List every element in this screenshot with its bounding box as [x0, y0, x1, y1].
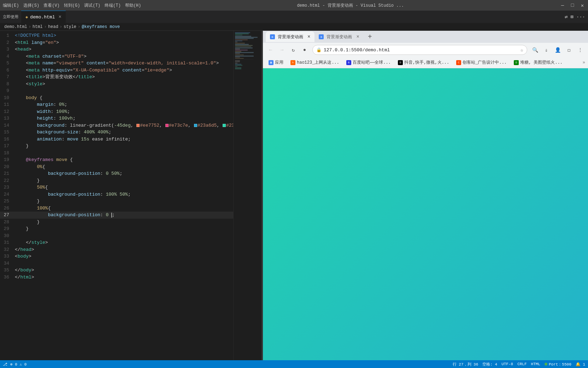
breadcrumb-style[interactable]: style — [64, 24, 76, 29]
menu-item-debug[interactable]: 调试(T) — [84, 2, 100, 8]
line-content-8: <style> — [15, 81, 233, 88]
maximize-button[interactable]: □ — [570, 2, 575, 8]
menu-item-select[interactable]: 选择(S) — [23, 2, 40, 8]
editor-tab-demo-html[interactable]: ◈ demo.html × — [21, 11, 66, 23]
titlebar-menu: 编辑(E) 选择(S) 查看(V) 转到(G) 调试(T) 终端(T) 帮助(H… — [3, 2, 141, 8]
line-number-9: 9 — [0, 87, 15, 94]
chuang-bookmark-icon: C — [456, 60, 461, 65]
menu-item-edit[interactable]: 编辑(E) — [3, 2, 19, 8]
dui-bookmark-label: 堆糖, 美图壁纸火... — [520, 59, 563, 65]
layout-icon[interactable]: ⊞ — [570, 14, 573, 20]
statusbar: ⎇ ⊗ 0 ⚠ 0 行 27，列 36 空格: 4 UTF-8 CRLF HTM… — [0, 360, 588, 368]
bookmark-chuang[interactable]: C 创客站_广告设计中... — [453, 59, 510, 66]
menu-item-terminal[interactable]: 终端(T) — [105, 2, 121, 8]
line-content-20: 0%{ — [15, 163, 233, 171]
line-content-32: </head> — [15, 246, 233, 253]
line-content-17: } — [15, 143, 233, 150]
douyin-bookmark-label: 抖音,快手,微视,火... — [404, 59, 449, 65]
line-content-27: background-position: 0 ; — [15, 212, 233, 219]
breadcrumb-keyframes[interactable]: @keyframes move — [82, 24, 120, 29]
bookmark-star-icon[interactable]: ☆ — [521, 47, 523, 53]
back-button[interactable]: ← — [266, 45, 276, 55]
line-content-33: <body> — [15, 253, 233, 260]
git-branch[interactable]: ⎇ — [3, 362, 7, 367]
live-server-dot — [545, 363, 547, 366]
bookmark-dui[interactable]: D 堆糖, 美图壁纸火... — [511, 59, 565, 66]
new-tab-button[interactable]: + — [365, 32, 375, 42]
line-content-23: 50%{ — [15, 184, 233, 191]
line-content-2: <html lang="en"> — [15, 39, 233, 46]
browser-tab-2[interactable]: B 背景渐变动画 × — [314, 31, 363, 42]
live-server-status[interactable]: Port：5500 — [545, 362, 571, 367]
encoding[interactable]: UTF-8 — [501, 362, 513, 366]
breadcrumb-file[interactable]: demo.html — [4, 24, 27, 29]
browser-tab-close-1[interactable]: × — [307, 34, 310, 40]
close-button[interactable]: ✕ — [580, 2, 585, 8]
line-content-5: <meta name="viewport" content="width=dev… — [15, 60, 233, 67]
line-number-13: 13 — [0, 115, 15, 122]
row-col[interactable]: 行 27，列 36 — [453, 362, 478, 367]
search-button[interactable]: 🔍 — [530, 45, 540, 55]
line-content-26: 100%{ — [15, 205, 233, 212]
code-line-16: 16 animation: move 15s ease infinite; — [0, 136, 233, 143]
code-line-9: 9 — [0, 87, 233, 94]
notification-bell[interactable]: 🔔 1 — [576, 362, 585, 367]
spaces[interactable]: 空格: 4 — [482, 362, 497, 367]
browser-tab-1[interactable]: B 背景渐变动画 × — [266, 31, 314, 42]
editor-panel[interactable]: 1 <!DOCTYPE html> 2 <html lang="en"> 3 <… — [0, 31, 233, 360]
menu-item-view[interactable]: 查看(V) — [43, 2, 60, 8]
quick-use-button[interactable]: 立即使用 — [0, 11, 21, 23]
split-editor-icon[interactable]: ⇄ — [565, 14, 568, 20]
line-number-26: 26 — [0, 205, 15, 212]
line-number-7: 7 — [0, 74, 15, 81]
menu-item-help[interactable]: 帮助(H) — [125, 2, 141, 8]
breadcrumb-head[interactable]: head — [48, 24, 58, 29]
minimize-button[interactable]: — — [560, 2, 565, 8]
address-bar[interactable]: 🔒 127.0.0.1:5500/demo.html ☆ — [312, 45, 527, 55]
code-editor[interactable]: 1 <!DOCTYPE html> 2 <html lang="en"> 3 <… — [0, 31, 233, 360]
line-number-1: 1 — [0, 32, 15, 39]
code-line-33: 33 <body> — [0, 253, 233, 260]
refresh-button[interactable]: ↻ — [288, 45, 298, 55]
bookmarks-overflow-icon[interactable]: » — [583, 60, 585, 65]
forward-button[interactable]: → — [277, 45, 287, 55]
line-number-33: 33 — [0, 253, 15, 260]
code-line-11: 11 margin: 0%; — [0, 101, 233, 108]
home-button[interactable]: ● — [300, 45, 310, 55]
line-content-14: background: linear-gradient(-45deg, #ee7… — [15, 122, 233, 129]
bookmark-baidu[interactable]: B 百度站吧——全球... — [343, 59, 394, 66]
bookmark-apps[interactable]: ▦ 应用 — [266, 59, 286, 66]
bookmark-hao123[interactable]: h hao123_上网从这... — [288, 59, 342, 66]
settings-button[interactable]: ⋮ — [575, 45, 585, 55]
baidu-bookmark-icon: B — [346, 60, 351, 65]
line-number-21: 21 — [0, 170, 15, 177]
extensions-button[interactable]: ◻ — [564, 45, 574, 55]
apps-bookmark-label: 应用 — [275, 59, 283, 65]
browser-tab-close-2[interactable]: × — [356, 34, 359, 40]
line-number-34: 34 — [0, 260, 15, 267]
more-actions-icon[interactable]: ··· — [576, 14, 585, 20]
line-number-30: 30 — [0, 232, 15, 240]
error-warning[interactable]: ⊗ 0 ⚠ 0 — [10, 362, 27, 367]
line-content-25: } — [15, 198, 233, 205]
live-server-port: Port：5500 — [549, 362, 571, 367]
line-number-8: 8 — [0, 81, 15, 88]
code-line-5: 5 <meta name="viewport" content="width=d… — [0, 60, 233, 67]
statusbar-left: ⎇ ⊗ 0 ⚠ 0 — [3, 362, 27, 367]
line-ending[interactable]: CRLF — [517, 362, 527, 366]
breadcrumb: demo.html › html › head › style › @keyfr… — [0, 23, 588, 31]
download-button[interactable]: ⇓ — [541, 45, 551, 55]
breadcrumb-sep-2: › — [44, 24, 47, 29]
profile-button[interactable]: 👤 — [553, 45, 563, 55]
line-number-24: 24 — [0, 191, 15, 198]
bookmark-douyin[interactable]: D 抖音,快手,微视,火... — [395, 59, 452, 66]
tab-close-button[interactable]: × — [58, 15, 61, 19]
language-mode[interactable]: HTML — [531, 362, 540, 366]
apps-bookmark-icon: ▦ — [269, 60, 274, 65]
menu-item-goto[interactable]: 转到(G) — [64, 2, 80, 8]
titlebar: 编辑(E) 选择(S) 查看(V) 转到(G) 调试(T) 终端(T) 帮助(H… — [0, 0, 588, 11]
line-content-11: margin: 0%; — [15, 101, 233, 108]
breadcrumb-html[interactable]: html — [33, 24, 43, 29]
code-line-12: 12 width: 100%; — [0, 108, 233, 115]
line-content-24: background-position: 100% 50%; — [15, 191, 233, 198]
